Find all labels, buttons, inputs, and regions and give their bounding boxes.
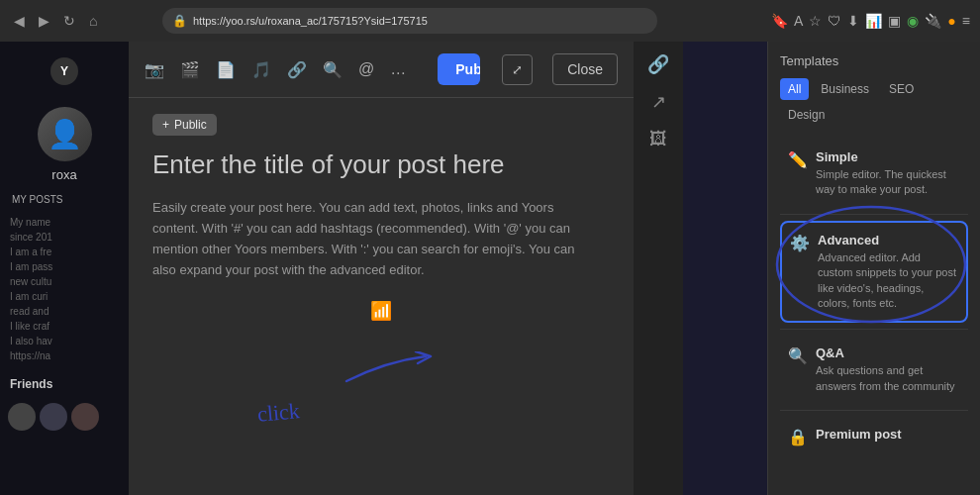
wifi-icon: 📶	[152, 300, 610, 322]
advanced-template-icon: ⚙️	[790, 234, 810, 252]
publish-button[interactable]: Publish	[438, 53, 480, 85]
video-icon[interactable]: 🎬	[180, 60, 200, 79]
simple-template-icon: ✏️	[788, 150, 808, 169]
friend-avatar-3	[71, 403, 99, 431]
menu-icon[interactable]: ≡	[962, 13, 970, 29]
post-title-input[interactable]: Enter the title of your post here	[152, 149, 610, 180]
publish-btn-group: Publish ▼	[438, 53, 480, 85]
template-premium[interactable]: 🔒 Premium post	[780, 417, 968, 456]
main-content: Y 👤 roxa MY POSTS My namesince 201I am a…	[0, 42, 980, 495]
annotation-arrow	[337, 351, 436, 401]
browser-ext4[interactable]: ●	[947, 13, 955, 29]
expand-button[interactable]: ⤢	[502, 54, 533, 85]
browser-ext2[interactable]: ◉	[907, 13, 919, 29]
link-icon[interactable]: 🔗	[287, 60, 307, 79]
editor-body: + Public Enter the title of your post he…	[129, 98, 634, 495]
close-button[interactable]: Close	[552, 53, 618, 85]
tab-seo[interactable]: SEO	[881, 78, 922, 100]
music-icon[interactable]: 🎵	[251, 60, 271, 79]
stats-icon[interactable]: 📊	[865, 13, 882, 29]
download-icon[interactable]: ⬇	[847, 13, 859, 29]
divider-2	[780, 329, 968, 330]
more-icon[interactable]: …	[390, 60, 406, 78]
templates-tabs: All Business SEO Design	[780, 78, 968, 126]
divider-1	[780, 214, 968, 215]
sidebar-menu-myposts[interactable]: MY POSTS	[0, 190, 129, 209]
refresh-button[interactable]: ↻	[59, 11, 79, 31]
qa-template-icon: 🔍	[788, 346, 808, 365]
friend-avatar-1	[8, 403, 36, 431]
advanced-template-desc: Advanced editor. Add custom snippets to …	[818, 250, 958, 312]
bookmark-icon[interactable]: 🔖	[771, 13, 788, 29]
browser-ext3[interactable]: 🔌	[925, 13, 941, 29]
template-advanced[interactable]: ⚙️ Advanced Advanced editor. Add custom …	[780, 221, 968, 324]
right-icons-panel: 🔗 ↗ 🖼	[634, 42, 683, 495]
qa-template-name: Q&A	[816, 346, 960, 360]
user-avatar[interactable]: 👤	[38, 107, 92, 161]
back-button[interactable]: ◀	[10, 11, 29, 31]
simple-template-desc: Simple editor. The quickest way to make …	[816, 167, 960, 198]
tab-business[interactable]: Business	[813, 78, 877, 100]
public-badge-icon: +	[162, 118, 169, 132]
browser-bar: ◀ ▶ ↻ ⌂ 🔒 https://yoo.rs/u/roxana_ac/175…	[0, 0, 980, 42]
shield-icon[interactable]: 🛡	[828, 13, 841, 29]
mention-icon[interactable]: @	[358, 60, 374, 78]
url-text: https://yoo.rs/u/roxana_ac/175715?Ysid=1…	[193, 15, 428, 27]
share-icon[interactable]: ↗	[651, 91, 666, 113]
template-qa[interactable]: 🔍 Q&A Ask questions and get answers from…	[780, 336, 968, 404]
click-annotation: click	[256, 398, 301, 428]
public-badge-label: Public	[174, 118, 207, 132]
forward-button[interactable]: ▶	[35, 11, 53, 31]
simple-template-name: Simple	[816, 149, 960, 164]
browser-icons-right: 🔖 A ☆ 🛡 ⬇ 📊 ▣ ◉ 🔌 ● ≡	[771, 13, 970, 29]
sidebar-bio-text: My namesince 201I am a freI am passnew c…	[0, 209, 129, 369]
lock-icon: 🔒	[172, 14, 187, 28]
sidebar-friends-label: Friends	[0, 369, 129, 399]
site-logo[interactable]: Y	[50, 57, 78, 85]
browser-ext1[interactable]: ▣	[888, 13, 901, 29]
post-body-input[interactable]: Easily create your post here. You can ad…	[152, 198, 588, 280]
sidebar-username: roxa	[0, 167, 129, 182]
document-icon[interactable]: 📄	[216, 60, 236, 79]
link-share-icon[interactable]: 🔗	[647, 53, 669, 75]
templates-panel: Templates All Business SEO Design ✏️ Sim…	[767, 42, 980, 495]
template-simple[interactable]: ✏️ Simple Simple editor. The quickest wa…	[780, 140, 968, 208]
editor-toolbar: 📷 🎬 📄 🎵 🔗 🔍 @ … Publish ▼ ⤢ Close	[129, 42, 634, 98]
editor-panel: 📷 🎬 📄 🎵 🔗 🔍 @ … Publish ▼ ⤢ Close + Publ…	[129, 42, 634, 495]
public-badge[interactable]: + Public	[152, 114, 217, 136]
templates-title: Templates	[780, 53, 968, 68]
advanced-template-name: Advanced	[818, 233, 958, 248]
reader-icon[interactable]: A	[794, 13, 803, 29]
premium-template-name: Premium post	[816, 427, 902, 442]
star-icon[interactable]: ☆	[809, 13, 822, 29]
browser-controls: ◀ ▶ ↻ ⌂	[10, 11, 101, 31]
home-button[interactable]: ⌂	[85, 11, 101, 31]
qa-template-desc: Ask questions and get answers from the c…	[816, 363, 960, 394]
photo-icon[interactable]: 📷	[145, 60, 164, 79]
search-icon[interactable]: 🔍	[323, 60, 343, 79]
image-icon[interactable]: 🖼	[649, 129, 667, 149]
tab-all[interactable]: All	[780, 78, 809, 100]
divider-3	[780, 410, 968, 411]
left-sidebar: Y 👤 roxa MY POSTS My namesince 201I am a…	[0, 42, 129, 495]
friend-avatar-2	[40, 403, 67, 431]
tab-design[interactable]: Design	[780, 104, 833, 126]
address-bar[interactable]: 🔒 https://yoo.rs/u/roxana_ac/175715?Ysid…	[162, 8, 657, 34]
premium-template-icon: 🔒	[788, 428, 808, 446]
